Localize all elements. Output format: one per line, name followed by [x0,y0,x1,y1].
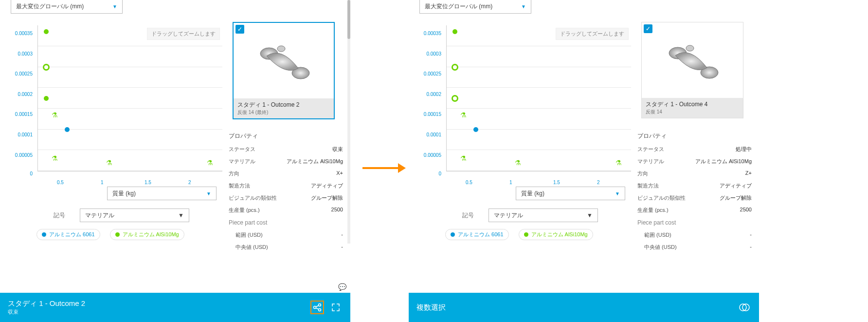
chart-right[interactable]: ドラッグしてズームします ⚗ ⚗ ⚗ ⚗ 0 0.00005 0.0001 0.… [419,20,633,176]
chevron-down-icon: ▼ [521,4,526,9]
flask-icon[interactable]: ⚗ [52,111,58,119]
thumbnail-title: スタディ 1 - Outcome 2 反復 14 (最終) [234,98,334,118]
data-point[interactable] [65,127,70,132]
svg-point-3 [314,306,316,309]
flask-icon[interactable]: ⚗ [515,159,521,167]
chart-left[interactable]: ドラッグしてズームします ⚗ ⚗ ⚗ ⚗ 0 0.00005 0.0001 0.… [11,20,225,176]
chevron-down-icon: ▼ [206,191,211,196]
scrollbar[interactable] [347,0,350,244]
flask-icon[interactable]: ⚗ [615,159,622,167]
symbol-label: 記号 [462,211,474,220]
y-axis-label: 最大変位グローバル (mm) [16,2,84,11]
part-preview [642,22,743,98]
y-axis-dropdown[interactable]: 最大変位グローバル (mm) ▼ [11,0,123,14]
thumbnail-title: スタディ 1 - Outcome 4 反復 14 [642,98,743,118]
footer-title: 複数選択 [416,303,446,312]
plot-area[interactable]: ドラッグしてズームします ⚗ ⚗ ⚗ ⚗ [446,25,631,171]
share-icon[interactable] [310,301,324,314]
flask-icon[interactable]: ⚗ [52,154,58,162]
legend-item[interactable]: アルミニウム AlSi10Mg [110,229,184,240]
outcome-thumbnail[interactable]: ✓ スタディ 1 - Outcome 2 反復 14 (最終) [233,22,335,119]
data-point[interactable] [452,29,457,34]
flask-icon[interactable]: ⚗ [207,159,213,167]
legend-item[interactable]: アルミニウム AlSi10Mg [519,229,593,240]
data-point-selected[interactable] [452,95,458,102]
data-point[interactable] [473,127,478,132]
check-icon[interactable]: ✓ [644,24,652,33]
legend-item[interactable]: アルミニウム 6061 [36,229,100,240]
svg-point-2 [277,46,285,52]
svg-line-6 [316,305,319,307]
symbol-dropdown[interactable]: マテリアル ▼ [488,208,598,222]
compare-icon[interactable] [738,301,751,314]
svg-line-7 [316,308,319,309]
data-point[interactable] [44,29,49,34]
footer-bar: 複数選択 [409,293,759,322]
plot-area[interactable]: ドラッグしてズームします ⚗ ⚗ ⚗ ⚗ [37,25,222,171]
x-axis-label: 質量 (kg) [112,189,136,198]
properties-panel: プロパティ ステータス処理中 マテリアルアルミニウム AlSi10Mg 方向Z+… [637,129,752,253]
symbol-label: 記号 [54,211,65,220]
expand-icon[interactable] [329,301,343,314]
panel-left: 最大変位グローバル (mm) ▼ ドラッグしてズームします ⚗ ⚗ ⚗ ⚗ 0 … [0,0,350,322]
data-point-selected[interactable] [452,64,458,71]
zoom-hint: ドラッグしてズームします [556,28,629,40]
symbol-dropdown[interactable]: マテリアル ▼ [80,208,189,222]
x-axis-dropdown[interactable]: 質量 (kg) ▼ [516,187,625,200]
x-axis-dropdown[interactable]: 質量 (kg) ▼ [107,187,217,200]
svg-point-10 [686,45,694,51]
footer-title: スタディ 1 - Outcome 2 [8,299,85,308]
chevron-down-icon: ▼ [178,212,184,219]
comment-icon[interactable]: 💬 [338,283,346,291]
y-axis-dropdown[interactable]: 最大変位グローバル (mm) ▼ [419,0,531,14]
chevron-down-icon: ▼ [112,4,117,9]
data-point-selected[interactable] [43,64,50,71]
zoom-hint: ドラッグしてズームします [147,28,220,40]
outcome-thumbnail[interactable]: ✓ スタディ 1 - Outcome 4 反復 14 [641,22,743,118]
flask-icon[interactable]: ⚗ [460,154,467,162]
data-point[interactable] [44,96,49,101]
chevron-down-icon: ▼ [615,191,620,196]
check-icon[interactable]: ✓ [235,25,244,34]
svg-point-5 [319,309,321,311]
part-preview [234,23,334,98]
arrow-icon [362,163,406,173]
x-axis-label: 質量 (kg) [521,189,544,198]
flask-icon[interactable]: ⚗ [106,159,112,167]
chevron-down-icon: ▼ [587,212,593,219]
footer-subtitle: 収束 [8,308,85,316]
footer-bar: スタディ 1 - Outcome 2 収束 [0,293,350,322]
legend-item[interactable]: アルミニウム 6061 [445,229,509,240]
legend: アルミニウム 6061 アルミニウム AlSi10Mg [445,229,593,240]
panel-right: 最大変位グローバル (mm) ▼ ドラッグしてズームします ⚗ ⚗ ⚗ ⚗ 0 … [409,0,759,322]
properties-panel: プロパティ ステータス収束 マテリアルアルミニウム AlSi10Mg 方向X+ … [229,129,343,253]
legend: アルミニウム 6061 アルミニウム AlSi10Mg [36,229,184,240]
y-axis-label: 最大変位グローバル (mm) [425,2,492,11]
flask-icon[interactable]: ⚗ [460,111,467,119]
svg-point-4 [319,304,321,306]
